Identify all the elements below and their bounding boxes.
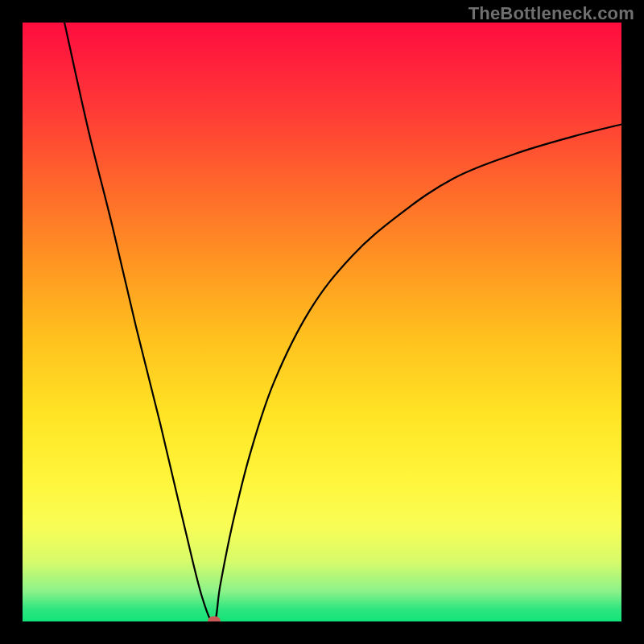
bottleneck-curve [23, 23, 621, 621]
curve-path [64, 23, 621, 621]
watermark-text: TheBottleneck.com [469, 3, 634, 24]
chart-frame: TheBottleneck.com [0, 0, 644, 644]
optimum-marker [208, 617, 221, 622]
plot-area [23, 23, 621, 621]
